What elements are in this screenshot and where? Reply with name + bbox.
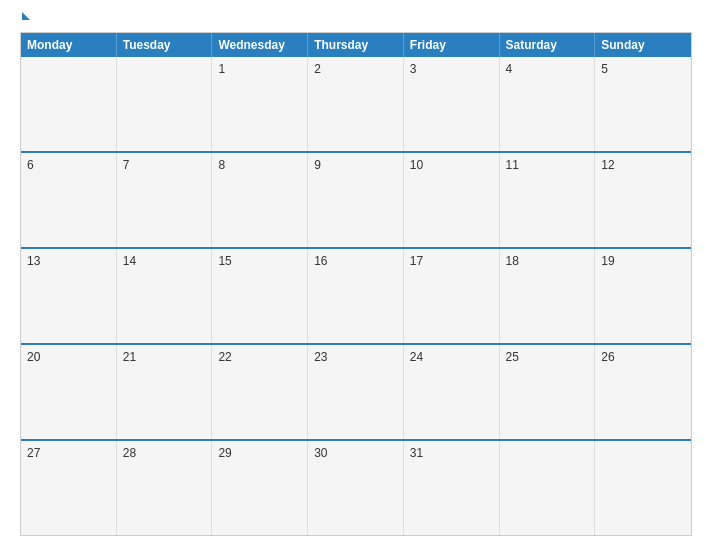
day-cell-27: 27	[21, 441, 117, 535]
day-number: 5	[601, 62, 608, 76]
day-cell-16: 16	[308, 249, 404, 343]
day-number: 13	[27, 254, 40, 268]
day-cell-23: 23	[308, 345, 404, 439]
day-header-sunday: Sunday	[595, 33, 691, 57]
day-number: 12	[601, 158, 614, 172]
day-cell-17: 17	[404, 249, 500, 343]
day-header-monday: Monday	[21, 33, 117, 57]
day-number: 7	[123, 158, 130, 172]
day-cell-24: 24	[404, 345, 500, 439]
day-cell-30: 30	[308, 441, 404, 535]
week-row-5: 2728293031	[21, 439, 691, 535]
day-number: 10	[410, 158, 423, 172]
day-number: 20	[27, 350, 40, 364]
day-cell-19: 19	[595, 249, 691, 343]
day-number: 26	[601, 350, 614, 364]
weeks-container: 1234567891011121314151617181920212223242…	[21, 57, 691, 535]
week-row-2: 6789101112	[21, 151, 691, 247]
day-number: 28	[123, 446, 136, 460]
day-number: 16	[314, 254, 327, 268]
day-number: 4	[506, 62, 513, 76]
day-cell-18: 18	[500, 249, 596, 343]
day-cell-4: 4	[500, 57, 596, 151]
day-cell-21: 21	[117, 345, 213, 439]
day-cell-2: 2	[308, 57, 404, 151]
day-cell-8: 8	[212, 153, 308, 247]
day-cell-3: 3	[404, 57, 500, 151]
day-cell-31: 31	[404, 441, 500, 535]
logo-triangle-icon	[22, 12, 30, 20]
day-number: 11	[506, 158, 519, 172]
day-cell-28: 28	[117, 441, 213, 535]
day-number: 23	[314, 350, 327, 364]
week-row-3: 13141516171819	[21, 247, 691, 343]
day-cell-20: 20	[21, 345, 117, 439]
day-cell-5: 5	[595, 57, 691, 151]
day-number: 18	[506, 254, 519, 268]
day-number: 24	[410, 350, 423, 364]
day-cell-22: 22	[212, 345, 308, 439]
header	[20, 18, 692, 22]
day-header-friday: Friday	[404, 33, 500, 57]
day-header-wednesday: Wednesday	[212, 33, 308, 57]
day-number: 30	[314, 446, 327, 460]
day-cell-10: 10	[404, 153, 500, 247]
day-number: 22	[218, 350, 231, 364]
day-cell-15: 15	[212, 249, 308, 343]
day-number: 17	[410, 254, 423, 268]
day-cell-11: 11	[500, 153, 596, 247]
day-cell-empty	[500, 441, 596, 535]
day-number: 1	[218, 62, 225, 76]
day-cell-6: 6	[21, 153, 117, 247]
day-number: 27	[27, 446, 40, 460]
day-headers-row: MondayTuesdayWednesdayThursdayFridaySatu…	[21, 33, 691, 57]
day-cell-empty	[21, 57, 117, 151]
calendar-grid: MondayTuesdayWednesdayThursdayFridaySatu…	[20, 32, 692, 536]
day-header-tuesday: Tuesday	[117, 33, 213, 57]
day-number: 6	[27, 158, 34, 172]
week-row-4: 20212223242526	[21, 343, 691, 439]
day-cell-7: 7	[117, 153, 213, 247]
day-number: 3	[410, 62, 417, 76]
day-cell-29: 29	[212, 441, 308, 535]
day-number: 9	[314, 158, 321, 172]
day-number: 8	[218, 158, 225, 172]
day-cell-1: 1	[212, 57, 308, 151]
day-number: 21	[123, 350, 136, 364]
day-cell-25: 25	[500, 345, 596, 439]
day-number: 25	[506, 350, 519, 364]
week-row-1: 12345	[21, 57, 691, 151]
day-number: 19	[601, 254, 614, 268]
day-number: 31	[410, 446, 423, 460]
day-cell-empty	[595, 441, 691, 535]
day-cell-14: 14	[117, 249, 213, 343]
day-cell-26: 26	[595, 345, 691, 439]
day-number: 2	[314, 62, 321, 76]
day-cell-12: 12	[595, 153, 691, 247]
day-header-saturday: Saturday	[500, 33, 596, 57]
day-number: 29	[218, 446, 231, 460]
day-cell-empty	[117, 57, 213, 151]
day-cell-9: 9	[308, 153, 404, 247]
day-header-thursday: Thursday	[308, 33, 404, 57]
calendar-page: MondayTuesdayWednesdayThursdayFridaySatu…	[0, 0, 712, 550]
day-number: 14	[123, 254, 136, 268]
day-number: 15	[218, 254, 231, 268]
day-cell-13: 13	[21, 249, 117, 343]
